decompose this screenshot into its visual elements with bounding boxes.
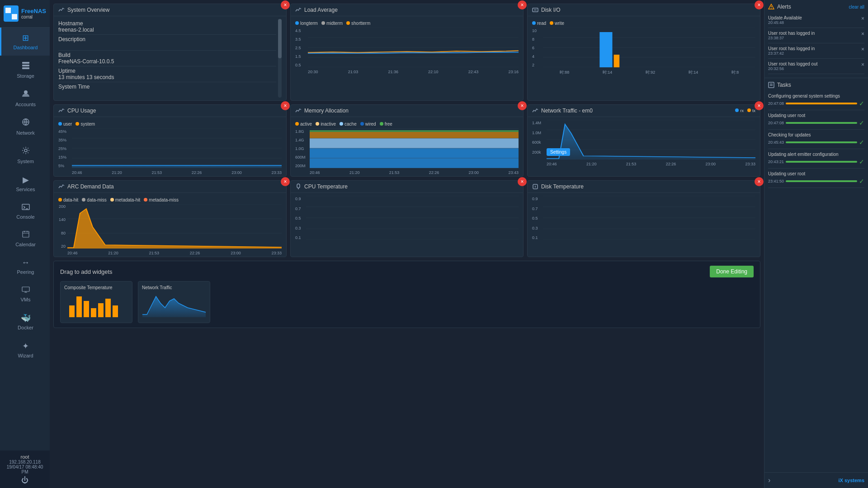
- network-settings-button[interactable]: Settings: [547, 148, 570, 156]
- sidebar-label-services: Services: [16, 187, 35, 192]
- sidebar-item-console[interactable]: Console: [0, 197, 50, 225]
- chart-icon-load: [295, 7, 302, 13]
- svg-rect-53: [297, 184, 300, 188]
- sidebar-item-wizard[interactable]: ✦ Wizard: [0, 336, 50, 364]
- task-0-progress: 20:47:08 ✓: [768, 100, 864, 107]
- disk-temp-icon: [532, 183, 538, 190]
- sidebar-item-accounts[interactable]: Accounts: [0, 84, 50, 113]
- task-1-progress: 20:47:08 ✓: [768, 119, 864, 127]
- delete-arc[interactable]: ×: [281, 177, 290, 186]
- delete-disk-temp[interactable]: ×: [755, 177, 764, 186]
- sidebar-item-calendar[interactable]: Calendar: [0, 225, 50, 253]
- delete-disk-io[interactable]: ×: [755, 0, 764, 9]
- sidebar-label-vms: VMs: [21, 297, 31, 302]
- alerts-title-bar: Alerts clear all: [768, 4, 864, 10]
- logo-icon: [4, 5, 19, 22]
- task-item-4: Updating user root 23:41:50 ✓: [768, 169, 864, 188]
- delete-system-overview[interactable]: ×: [281, 0, 290, 9]
- sidebar-item-network[interactable]: Network: [0, 113, 50, 141]
- memory-title: Memory Allocation: [304, 108, 349, 114]
- close-alert-0[interactable]: ×: [861, 15, 864, 22]
- legend-midterm: midterm: [321, 21, 343, 26]
- load-average-header: Load Average: [291, 4, 523, 16]
- arc-demand-title: ARC Demand Data: [67, 183, 114, 190]
- cpu-temp-widget: × CPU Temperature 0.90.70.50.30.1: [290, 180, 524, 257]
- progress-fill-3: [786, 161, 857, 163]
- sidebar-label-calendar: Calendar: [15, 242, 36, 247]
- arc-icon: [58, 183, 65, 190]
- load-y-axis: 4.53.52.51.50.5: [295, 28, 308, 73]
- cpu-temp-icon: [295, 183, 302, 190]
- disk-temp-chart-container: 0.90.70.50.30.1: [532, 196, 755, 245]
- legend-cache: cache: [340, 122, 357, 127]
- sidebar-label-storage: Storage: [17, 73, 34, 79]
- tasks-title: Tasks: [777, 82, 791, 88]
- done-editing-button[interactable]: Done Editing: [710, 266, 754, 277]
- close-alert-3[interactable]: ×: [861, 61, 864, 68]
- alert-content-2: User root has logged in 23:37:42: [768, 46, 815, 56]
- sidebar-label-dashboard: Dashboard: [14, 45, 38, 50]
- expand-panel-button[interactable]: ›: [768, 476, 770, 484]
- svg-rect-6: [22, 67, 29, 69]
- delete-memory[interactable]: ×: [518, 101, 527, 110]
- sidebar-item-dashboard[interactable]: ⊞ Dashboard: [0, 28, 50, 56]
- svg-rect-78: [769, 82, 774, 88]
- cpu-svg: [72, 128, 282, 168]
- cpu-temp-body: 0.90.70.50.30.1: [291, 193, 523, 248]
- arc-demand-body: data-hit data-miss metadata-hit metadata…: [54, 193, 286, 257]
- cpu-usage-widget: × CPU Usage user system 45%35%25%15%5%: [53, 104, 287, 177]
- network-traffic-widget: × Network Traffic - em0 rx tx 1.4M1.0M60…: [527, 104, 760, 177]
- delete-cpu-usage[interactable]: ×: [281, 101, 290, 110]
- power-button[interactable]: ⏻: [4, 476, 46, 484]
- thumb-composite-svg: [64, 292, 128, 317]
- svg-rect-72: [105, 299, 111, 317]
- net-traffic-legend: rx tx: [735, 108, 755, 113]
- system-overview-body: Hostname freenas-2.local Description Bui…: [54, 16, 286, 100]
- tasks-section: Tasks Configuring general system setting…: [764, 78, 868, 473]
- thumb-composite-temp[interactable]: Composite Temperature: [60, 281, 132, 323]
- scrollbar-thumb: [278, 19, 282, 58]
- disk-io-body: read write 108642: [528, 16, 760, 75]
- load-chart-svg: [308, 28, 519, 67]
- svg-point-7: [24, 90, 28, 94]
- sidebar-item-vms[interactable]: VMs: [0, 280, 50, 308]
- legend-inactive: inactive: [316, 122, 336, 127]
- delete-cpu-temp[interactable]: ×: [518, 177, 527, 186]
- task-item-2: Checking for updates 20:45:43 ✓: [768, 130, 864, 149]
- close-alert-2[interactable]: ×: [861, 46, 864, 52]
- sidebar-item-docker[interactable]: 🐳 Docker: [0, 308, 50, 336]
- network-icon: [22, 118, 30, 128]
- system-overview-title: System Overview: [67, 7, 109, 13]
- task-2-progress: 20:45:43 ✓: [768, 139, 864, 146]
- sidebar-item-storage[interactable]: Storage: [0, 56, 50, 84]
- task-3-progress: 20:43:21 ✓: [768, 158, 864, 165]
- progress-fill-2: [786, 141, 857, 143]
- svg-rect-67: [69, 305, 75, 317]
- net-x-axis: 20:4621:2021:5322:2623:0023:33: [547, 162, 755, 166]
- cpu-usage-header: CPU Usage: [54, 105, 286, 117]
- sidebar-label-peering: Peering: [17, 269, 34, 275]
- delete-load-average[interactable]: ×: [518, 0, 527, 9]
- legend-shortterm: shortterm: [346, 21, 370, 26]
- arc-legend: data-hit data-miss metadata-hit metadata…: [58, 196, 282, 204]
- sidebar-item-peering[interactable]: ↔ Peering: [0, 253, 50, 280]
- legend-wired: wired: [360, 122, 376, 127]
- scrollbar-track[interactable]: [278, 19, 282, 98]
- delete-network-traffic[interactable]: ×: [755, 101, 764, 110]
- clear-all-button[interactable]: clear all: [849, 5, 864, 9]
- alert-item-1: User root has logged in 23:38:37 ×: [768, 28, 864, 43]
- legend-data-hit: data-hit: [58, 197, 78, 202]
- cpu-temp-svg: [306, 196, 519, 240]
- cpu-y-axis: 45%35%25%15%5%: [58, 128, 72, 174]
- sidebar-item-system[interactable]: System: [0, 141, 50, 169]
- thumb-network-traffic[interactable]: Network Traffic: [138, 281, 210, 323]
- alert-content-3: User root has logged out 20:32:56: [768, 61, 818, 71]
- svg-rect-68: [76, 296, 82, 317]
- legend-rx: rx: [735, 108, 744, 113]
- alerts-title: Alerts: [777, 4, 791, 10]
- svg-rect-1: [12, 8, 17, 13]
- sidebar-item-services[interactable]: ▶ Services: [0, 169, 50, 197]
- close-alert-1[interactable]: ×: [861, 31, 864, 37]
- sidebar: FreeNAS corral ⊞ Dashboard Storage Accou…: [0, 0, 50, 488]
- svg-rect-4: [22, 62, 29, 64]
